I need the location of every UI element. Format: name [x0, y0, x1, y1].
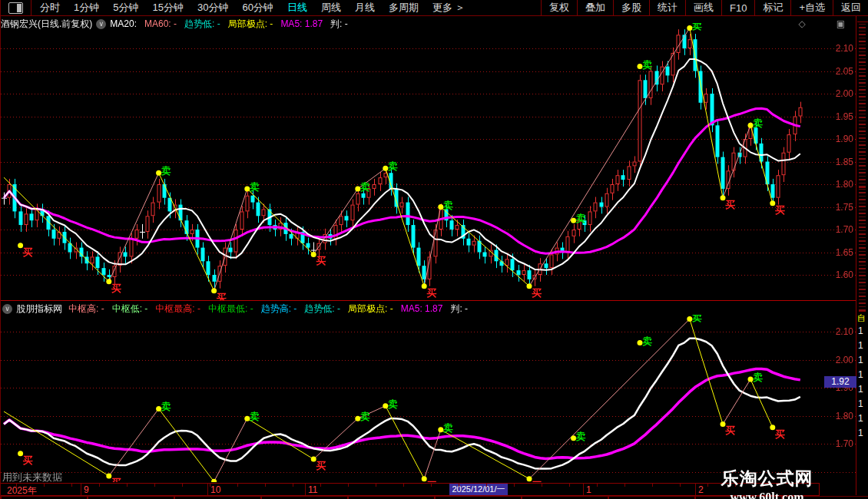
toolbar-button-F10[interactable]: F10 [721, 0, 754, 16]
axis-tick [293, 484, 293, 487]
month-label-9: 9 [84, 484, 89, 495]
clipped-text-decoration [859, 188, 866, 312]
legend-item: 中枢最低: - [208, 303, 253, 314]
price-axis-line [856, 16, 856, 495]
axis-tick [99, 484, 100, 487]
legend-item: 局部极点: - [348, 303, 393, 314]
axis-tick [569, 484, 570, 487]
axis-tick [542, 484, 542, 487]
clipped-right-sidebar: 自 11111111 [857, 21, 868, 484]
timeframe-items: 分时1分钟5分钟15分钟30分钟60分钟日线周线月线多周期更多 ＞ [33, 1, 472, 15]
axis-tick [403, 484, 404, 487]
axis-tick [486, 484, 487, 487]
watermark-title: 乐淘公式网 [684, 467, 850, 491]
legend-corner-icons: ◇ ▣ [798, 18, 845, 29]
latest-value-badge: 1.92 [824, 376, 856, 388]
panel-toggle-icon[interactable]: ▣ [837, 18, 845, 29]
toolbar-button-叠加[interactable]: 叠加 [577, 0, 613, 16]
axis-tick [265, 484, 266, 487]
toolbar-button-标记[interactable]: 标记 [754, 0, 790, 16]
timeframe-tab-多周期[interactable]: 多周期 [382, 2, 426, 13]
window-panel-icon[interactable] [8, 2, 23, 14]
axis-tick [182, 484, 183, 487]
chevron-down-icon[interactable]: ∨ [2, 304, 12, 314]
axis-tick [154, 484, 155, 487]
month-separator [305, 484, 306, 495]
toolbar-button-画线[interactable]: 画线 [685, 0, 721, 16]
axis-tick [127, 484, 128, 487]
axis-tick [237, 484, 238, 487]
axis-tick [71, 484, 72, 487]
clipped-text-decoration [859, 22, 866, 188]
month-label-1: 1 [586, 484, 591, 495]
sidebar-clipped-digits: 11111111 [857, 324, 868, 441]
future-data-note: 用到未来数据 [2, 471, 62, 484]
legend-item: 中枢最高: - [155, 303, 200, 314]
sub-legend-values: 中枢高: -中枢低: -中枢最高: -中枢最低: -趋势高: -趋势低: -局部… [68, 302, 475, 316]
timeframe-tab-60分钟[interactable]: 60分钟 [235, 2, 280, 13]
diamond-icon[interactable]: ◇ [798, 18, 805, 29]
month-separator [583, 484, 584, 495]
axis-tick [652, 484, 653, 487]
status-cell [522, 496, 608, 499]
legend-item: 判: - [450, 303, 468, 314]
toolbar-button-返回[interactable]: 返回 [833, 0, 868, 16]
status-cell [348, 496, 435, 499]
indicator-title: 股朋指标网 [16, 302, 62, 316]
axis-tick [348, 484, 349, 487]
timeframe-tab-1分钟[interactable]: 1分钟 [67, 2, 106, 13]
legend-item: MA5: 1.87 [401, 303, 443, 314]
timeframe-tab-月线[interactable]: 月线 [348, 2, 382, 13]
timeframe-toolbar: 分时1分钟5分钟15分钟30分钟60分钟日线周线月线多周期更多 ＞ 复权叠加多股… [1, 0, 868, 16]
status-cell [261, 496, 348, 499]
toolbar-right-buttons: 复权叠加多股统计画线F10标记+自选返回 [541, 0, 868, 16]
axis-tick [376, 484, 376, 487]
app-window: 分时1分钟5分钟15分钟30分钟60分钟日线周线月线多周期更多 ＞ 复权叠加多股… [0, 0, 868, 499]
panel-divider[interactable] [1, 300, 856, 301]
axis-tick [680, 484, 681, 487]
month-label-11: 11 [308, 484, 317, 495]
legend-item: 趋势高: - [261, 303, 297, 314]
month-label-10: 10 [210, 484, 220, 495]
toolbar-button-+自选[interactable]: +自选 [790, 0, 833, 16]
timeframe-tab-分时[interactable]: 分时 [33, 2, 67, 13]
main-candlestick-chart[interactable] [1, 23, 856, 300]
axis-tick [597, 484, 598, 487]
toolbar-button-复权[interactable]: 复权 [541, 0, 577, 16]
watermark-url: www.60lt.com [684, 491, 850, 499]
status-cell [1, 496, 88, 499]
axis-tick [459, 484, 459, 487]
toolbar-button-统计[interactable]: 统计 [649, 0, 685, 16]
timeframe-tab-30分钟[interactable]: 30分钟 [190, 2, 235, 13]
month-separator [207, 484, 208, 495]
timeframe-tab-日线[interactable]: 日线 [280, 2, 314, 13]
timeframe-tab-5分钟[interactable]: 5分钟 [106, 2, 145, 13]
legend-item: 中枢低: - [112, 303, 148, 314]
status-cell [88, 496, 174, 499]
watermark: 乐淘公式网 www.60lt.com [684, 467, 850, 499]
status-cell [608, 496, 695, 499]
timeframe-tab-更多 ＞[interactable]: 更多 ＞ [426, 2, 472, 13]
axis-tick [320, 484, 321, 487]
axis-tick [431, 484, 432, 487]
indicator-chart[interactable] [1, 315, 856, 482]
toolbar-button-多股[interactable]: 多股 [613, 0, 649, 16]
timeframe-tab-15分钟[interactable]: 15分钟 [145, 2, 190, 13]
timeframe-tab-周线[interactable]: 周线 [314, 2, 348, 13]
status-cell [174, 496, 261, 499]
sidebar-clipped-label: 自 [857, 312, 868, 324]
legend-item: 趋势低: - [304, 303, 340, 314]
axis-tick [514, 484, 515, 487]
month-separator [81, 484, 81, 495]
status-cell [435, 496, 522, 499]
axis-tick [624, 484, 625, 487]
legend-item: 中枢高: - [68, 303, 104, 314]
toolbar-divider [31, 0, 31, 16]
axis-tick [210, 484, 210, 487]
